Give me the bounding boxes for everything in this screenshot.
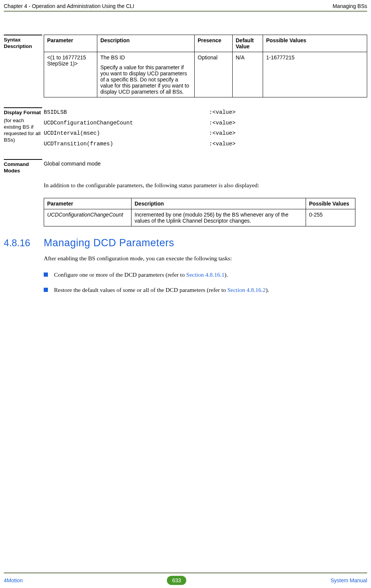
col-parameter: Parameter (44, 35, 97, 52)
label-rule (4, 107, 42, 108)
syntax-table: Parameter Description Presence Default V… (44, 35, 367, 97)
desc-line2: Specify a value for this parameter if yo… (100, 64, 191, 95)
list-item: Configure one or more of the DCD paramet… (44, 271, 367, 279)
label-rule (4, 35, 42, 35)
table-header-row: Parameter Description Presence Default V… (44, 35, 367, 52)
square-bullet-icon (44, 272, 48, 277)
table-row: UCDConfigurationChangeCount Incremented … (44, 209, 355, 226)
table-header-row: Parameter Description Possible Values (44, 198, 355, 209)
label-rule (4, 159, 42, 160)
display-line-0: BSIDLSB :<value> (44, 107, 367, 118)
section-intro: After enabling the BS configuration mode… (44, 254, 367, 263)
page-number-badge: 633 (167, 576, 186, 585)
syntax-label: Syntax Description (4, 37, 42, 50)
link-section-48161[interactable]: Section 4.8.16.1 (186, 271, 225, 278)
syntax-description-section: Syntax Description Parameter Description… (4, 35, 367, 97)
display-format-body: BSIDLSB :<value> UCDConfigurationChangeC… (44, 107, 367, 149)
cell-description: The BS ID Specify a value for this param… (97, 52, 195, 97)
display-line-2: UCDInterval(msec) :<value> (44, 128, 367, 139)
footer-left: 4Motion (4, 577, 23, 583)
header-rule-green (4, 11, 367, 11)
bullet-text: Restore the default values of some or al… (54, 286, 367, 294)
bullet-text: Configure one or more of the DCD paramet… (54, 271, 367, 279)
bullet2-text-a: Restore the default values of some or al… (54, 287, 227, 293)
col-description: Description (132, 198, 306, 209)
square-bullet-icon (44, 288, 48, 292)
desc-line1: The BS ID (100, 54, 191, 61)
col-presence: Presence (195, 35, 233, 52)
col-default: Default Value (233, 35, 263, 52)
display-label-col: Display Format (for each existing BS if … (4, 107, 44, 149)
link-section-48162[interactable]: Section 4.8.16.2 (227, 287, 266, 293)
status-table: Parameter Description Possible Values UC… (44, 198, 355, 226)
cell-default: N/A (233, 52, 263, 97)
cell-possible: 1-16777215 (263, 52, 367, 97)
bullet1-text-a: Configure one or more of the DCD paramet… (54, 271, 186, 278)
cmdmodes-text: Global command mode (44, 159, 367, 174)
cell-presence: Optional (195, 52, 233, 97)
col-possible: Possible Values (263, 35, 367, 52)
cell-possible: 0-255 (306, 209, 355, 226)
page-body: Syntax Description Parameter Description… (0, 12, 371, 295)
section-title: Managing DCD Parameters (44, 237, 174, 249)
footer-rule-thin (4, 572, 367, 573)
page-footer: 4Motion 633 System Manual (0, 572, 371, 585)
footer-row: 4Motion 633 System Manual (4, 576, 367, 585)
command-modes-section: Command Modes Global command mode (4, 159, 367, 174)
cmdmodes-label: Command Modes (4, 161, 42, 174)
col-description: Description (97, 35, 195, 52)
display-format-section: Display Format (for each existing BS if … (4, 107, 367, 149)
cell-parameter: <(1 to 16777215 StepSize 1)> (44, 52, 97, 97)
footer-right: System Manual (331, 577, 367, 583)
header-right: Managing BSs (333, 3, 367, 9)
table-row: <(1 to 16777215 StepSize 1)> The BS ID S… (44, 52, 367, 97)
display-line-1: UCDConfigurationChangeCount :<value> (44, 118, 367, 129)
header-left: Chapter 4 - Operation and Administration… (4, 3, 134, 9)
footer-rule-green (4, 573, 367, 574)
display-line-3: UCDTransition(frames) :<value> (44, 139, 367, 150)
display-label-reg: (for each existing BS if requested for a… (4, 118, 42, 143)
col-parameter: Parameter (44, 198, 132, 209)
syntax-table-wrap: Parameter Description Presence Default V… (44, 35, 367, 97)
page-header: Chapter 4 - Operation and Administration… (0, 0, 371, 11)
cell-parameter: UCDConfigurationChangeCount (44, 209, 132, 226)
syntax-label-col: Syntax Description (4, 35, 44, 97)
bullet2-text-b: ). (266, 287, 269, 293)
bullet1-text-b: ). (225, 271, 228, 278)
col-possible: Possible Values (306, 198, 355, 209)
cmdmodes-label-col: Command Modes (4, 159, 44, 174)
section-number: 4.8.16 (4, 237, 44, 249)
cell-description: Incremented by one (modulo 256) by the B… (132, 209, 306, 226)
status-intro-text: In addition to the configurable paramete… (44, 181, 367, 190)
section-heading: 4.8.16 Managing DCD Parameters (4, 237, 367, 249)
list-item: Restore the default values of some or al… (44, 286, 367, 294)
bullet-list: Configure one or more of the DCD paramet… (44, 271, 367, 295)
display-label-bold: Display Format (4, 110, 42, 116)
